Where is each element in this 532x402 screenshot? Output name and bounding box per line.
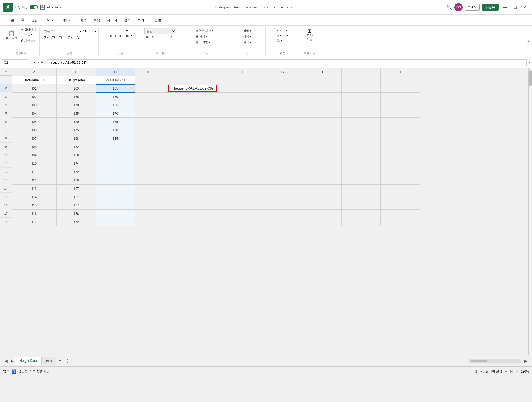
cell-F2[interactable] — [224, 84, 263, 93]
cell-E9[interactable] — [161, 143, 224, 151]
save-icon[interactable]: 💾 — [39, 4, 45, 10]
normal-view-button[interactable]: ⊞ — [504, 369, 508, 374]
increase-decimal-button[interactable]: ←.0 — [160, 35, 167, 39]
wrap-text-button[interactable]: ↵ — [125, 28, 130, 33]
cell-F13[interactable] — [224, 176, 263, 185]
redo-dropdown-icon[interactable]: ▾ — [60, 6, 61, 9]
cell-I16[interactable] — [342, 201, 381, 210]
redo-icon[interactable]: ↪ — [55, 5, 58, 10]
cell-A9[interactable]: I08 — [12, 143, 57, 151]
confirm-formula-icon[interactable]: ✓ — [37, 61, 40, 64]
cell-D6[interactable] — [135, 118, 161, 126]
cell-J12[interactable] — [381, 168, 420, 176]
cell-G15[interactable] — [263, 193, 302, 201]
cut-button[interactable]: ✂ 잘라내기 — [19, 27, 37, 32]
cell-C3[interactable]: 160 — [96, 93, 135, 101]
menu-help[interactable]: 도움말 — [148, 16, 164, 24]
cell-H9[interactable] — [302, 143, 342, 151]
cell-B1[interactable]: Height (cm) — [57, 76, 96, 84]
cell-A2[interactable]: I01 — [12, 84, 57, 93]
cell-G2[interactable] — [263, 84, 302, 93]
vertical-scrollbar-thumb[interactable] — [529, 70, 532, 86]
cell-G9[interactable] — [263, 143, 302, 151]
cell-D17[interactable] — [135, 210, 161, 218]
search-icon[interactable]: 🔍 — [447, 4, 452, 10]
align-bottom-button[interactable]: ≡ — [118, 28, 122, 33]
cell-reference-box[interactable]: C2 — [2, 59, 28, 66]
cell-J11[interactable] — [381, 159, 420, 168]
cell-H3[interactable] — [302, 93, 342, 101]
fill-color-button[interactable]: A▾ — [76, 35, 81, 40]
merge-dropdown-icon[interactable]: ▾ — [131, 34, 132, 37]
cell-I12[interactable] — [342, 168, 381, 176]
cell-I4[interactable] — [342, 101, 381, 109]
cell-C18[interactable] — [96, 218, 135, 226]
cell-A12[interactable]: I11 — [12, 168, 57, 176]
cell-B11[interactable]: 174 — [57, 159, 96, 168]
paste-button[interactable]: 📋 붙여넣기 — [4, 29, 19, 41]
cell-C16[interactable] — [96, 201, 135, 210]
col-header-H[interactable]: H — [302, 68, 342, 76]
cell-J4[interactable] — [381, 101, 420, 109]
cell-E15[interactable] — [161, 193, 224, 201]
format-cells-button[interactable]: 서식 ▾ — [242, 40, 252, 45]
conditional-formatting-button[interactable]: 조건부 서식 ▾ — [195, 28, 214, 33]
cell-B4[interactable]: 170 — [57, 101, 96, 109]
cell-G4[interactable] — [263, 101, 302, 109]
cell-J2[interactable] — [381, 84, 420, 93]
delete-cells-button[interactable]: 삭제 ▾ — [242, 34, 252, 39]
cell-I1[interactable] — [342, 76, 381, 84]
cell-G6[interactable] — [263, 118, 302, 126]
align-top-button[interactable]: ≡ — [109, 28, 112, 33]
menu-draw[interactable]: 그리기 — [42, 16, 58, 24]
cell-I5[interactable] — [342, 109, 381, 118]
cell-E16[interactable] — [161, 201, 224, 210]
font-name-selector[interactable] — [43, 28, 79, 34]
cell-I8[interactable] — [342, 134, 381, 143]
page-break-view-button[interactable]: ⊠ — [515, 369, 519, 374]
scroll-right-button[interactable]: ▶ — [523, 358, 529, 364]
cell-C8[interactable]: 185 — [96, 134, 135, 143]
find-button[interactable]: 🔍 ▾ — [276, 39, 284, 43]
cell-A11[interactable]: I10 — [12, 159, 57, 168]
sheet-tab-bins[interactable]: Bins — [42, 357, 56, 365]
cell-G16[interactable] — [263, 201, 302, 210]
cell-D2[interactable] — [135, 84, 161, 93]
cell-B14[interactable]: 167 — [57, 185, 96, 193]
cell-A6[interactable]: I05 — [12, 118, 57, 126]
cell-H12[interactable] — [302, 168, 342, 176]
cell-I14[interactable] — [342, 185, 381, 193]
cell-D14[interactable] — [135, 185, 161, 193]
cell-E7[interactable] — [161, 126, 224, 134]
formula-dropdown-icon[interactable]: ▾ — [44, 61, 46, 64]
cell-E18[interactable] — [161, 218, 224, 226]
display-settings-icon[interactable]: 🖥 — [474, 369, 477, 374]
align-middle-button[interactable]: ≡ — [114, 28, 117, 33]
cell-G14[interactable] — [263, 185, 302, 193]
cell-I11[interactable] — [342, 159, 381, 168]
menu-page-layout[interactable]: 페이지 레이아웃 — [59, 16, 90, 24]
clear-button[interactable]: ◇ ▾ — [276, 33, 282, 38]
cell-D18[interactable] — [135, 218, 161, 226]
cell-C5[interactable]: 170 — [96, 109, 135, 118]
comma-button[interactable]: , — [156, 35, 159, 39]
maximize-button[interactable]: □ — [512, 3, 519, 11]
cell-D1[interactable] — [135, 76, 161, 84]
cell-J10[interactable] — [381, 151, 420, 159]
cell-G18[interactable] — [263, 218, 302, 226]
cell-F18[interactable] — [224, 218, 263, 226]
cell-J16[interactable] — [381, 201, 420, 210]
cell-I6[interactable] — [342, 118, 381, 126]
cell-H10[interactable] — [302, 151, 342, 159]
cell-A4[interactable]: I03 — [12, 101, 57, 109]
cell-H14[interactable] — [302, 185, 342, 193]
table-format-button[interactable]: 표 서식 ▾ — [195, 34, 209, 39]
numformat-dropdown-icon[interactable]: ▾ — [176, 30, 178, 33]
col-header-D[interactable]: D — [135, 68, 161, 76]
cell-E13[interactable] — [161, 176, 224, 185]
formula-expand-icon[interactable]: ▾ — [529, 61, 530, 64]
cell-H1[interactable] — [302, 76, 342, 84]
cell-F6[interactable] — [224, 118, 263, 126]
cell-J1[interactable] — [381, 76, 420, 84]
cell-D7[interactable] — [135, 126, 161, 134]
